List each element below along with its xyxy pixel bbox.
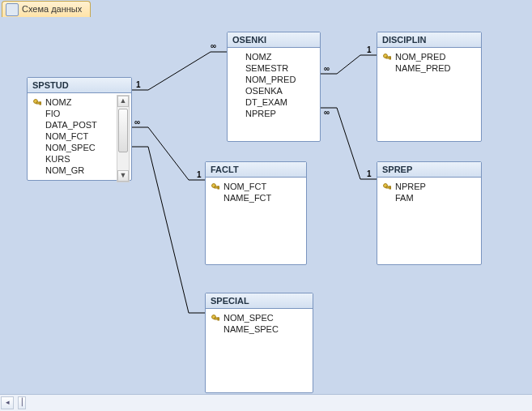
field-name: NOMZ bbox=[245, 52, 271, 62]
rel-many-label: ∞ bbox=[134, 118, 140, 126]
field-name: DATA_POST bbox=[45, 120, 97, 130]
svg-rect-8 bbox=[218, 186, 219, 189]
table-osenki[interactable]: OSENKI NOMZ SEMESTR NOM_PRED OSENKA DT_E… bbox=[227, 32, 321, 142]
table-special[interactable]: SPECIAL NOM_SPEC NAME_SPEC bbox=[205, 293, 313, 393]
relationship-canvas[interactable]: 1 ∞ 1 ∞ ∞ 1 1 ∞ SPSTUD NOMZ FIO DATA_POS… bbox=[0, 17, 532, 395]
scroll-left-button[interactable]: ◂ bbox=[1, 396, 14, 409]
table-disciplin[interactable]: DISCIPLIN NOM_PRED NAME_PRED bbox=[377, 32, 482, 142]
field[interactable]: DATA_POST bbox=[29, 119, 130, 131]
field[interactable]: SEMESTR bbox=[229, 62, 318, 74]
rel-one-label: 1 bbox=[136, 80, 141, 89]
scroll-up-button[interactable]: ▲ bbox=[117, 96, 129, 107]
table-faclt[interactable]: FACLT NOM_FCT NAME_FCT bbox=[205, 161, 307, 265]
table-spstud[interactable]: SPSTUD NOMZ FIO DATA_POST NOM_FCT NOM_SP… bbox=[27, 77, 132, 181]
table-title: SPECIAL bbox=[206, 293, 313, 309]
svg-rect-14 bbox=[218, 318, 219, 320]
primary-key-icon bbox=[32, 98, 42, 108]
table-title: DISCIPLIN bbox=[377, 32, 481, 48]
primary-key-icon bbox=[211, 314, 220, 323]
field[interactable]: NOMZ bbox=[29, 96, 130, 108]
field-name: FIO bbox=[45, 109, 60, 118]
field-name: NOM_GR bbox=[45, 165, 84, 175]
scroll-thumb[interactable] bbox=[118, 109, 128, 152]
field-name: NAME_FCT bbox=[223, 193, 271, 203]
rel-many-label: ∞ bbox=[324, 64, 330, 73]
scrollbar[interactable]: ▲ ▼ bbox=[117, 95, 130, 182]
field-name: NAME_SPEC bbox=[223, 324, 279, 334]
svg-rect-5 bbox=[389, 57, 391, 59]
field[interactable]: KURS bbox=[29, 153, 130, 165]
primary-key-icon bbox=[382, 182, 392, 192]
rel-one-label: 1 bbox=[367, 45, 372, 54]
field-name: NOM_FCT bbox=[45, 131, 88, 141]
field-name: SEMESTR bbox=[245, 63, 288, 73]
field-name: OSENKA bbox=[245, 86, 283, 96]
field[interactable]: NOM_FCT bbox=[207, 181, 304, 192]
field-name: NOM_FCT bbox=[223, 182, 266, 191]
tab-title: Схема данных bbox=[22, 4, 82, 14]
field-name: NOM_SPEC bbox=[223, 313, 274, 323]
relationships-icon bbox=[6, 3, 19, 16]
field[interactable]: NAME_FCT bbox=[207, 192, 304, 203]
table-title: SPREP bbox=[377, 162, 481, 178]
rel-many-label: ∞ bbox=[324, 108, 330, 117]
field[interactable]: NOM_PRED bbox=[229, 74, 318, 85]
active-tab[interactable]: Схема данных bbox=[2, 1, 91, 17]
field[interactable]: FIO bbox=[29, 108, 130, 119]
rel-one-label: 1 bbox=[197, 170, 202, 179]
primary-key-icon bbox=[211, 182, 220, 192]
field-name: FAM bbox=[395, 193, 414, 203]
table-title: SPSTUD bbox=[28, 78, 131, 93]
field-name: NOMZ bbox=[45, 97, 71, 107]
rel-many-label: ∞ bbox=[211, 41, 216, 50]
table-sprep[interactable]: SPREP NPREP FAM bbox=[377, 161, 482, 265]
field[interactable]: NOM_PRED bbox=[379, 51, 479, 62]
table-title: FACLT bbox=[206, 162, 306, 178]
field[interactable]: DT_EXAM bbox=[229, 96, 318, 108]
field[interactable]: NAME_SPEC bbox=[207, 323, 311, 335]
field[interactable]: NOM_GR bbox=[29, 165, 130, 176]
field-name: NPREP bbox=[245, 109, 276, 118]
scroll-down-button[interactable]: ▼ bbox=[117, 170, 129, 182]
tab-strip: Схема данных bbox=[0, 0, 532, 18]
field[interactable]: NPREP bbox=[379, 181, 479, 192]
primary-key-icon bbox=[382, 53, 392, 62]
field-name: NPREP bbox=[395, 182, 426, 191]
table-title: OSENKI bbox=[228, 32, 320, 48]
field[interactable]: NOM_SPEC bbox=[207, 312, 311, 323]
field-name: NOM_PRED bbox=[245, 75, 296, 84]
field[interactable]: NOM_SPEC bbox=[29, 142, 130, 153]
field[interactable]: OSENKA bbox=[229, 85, 318, 96]
field[interactable]: NOMZ bbox=[229, 51, 318, 62]
field[interactable]: NOM_FCT bbox=[29, 131, 130, 142]
field[interactable]: FAM bbox=[379, 192, 479, 203]
horizontal-scrollbar[interactable]: ◂ ⎮ bbox=[0, 394, 532, 411]
field-name: NAME_PRED bbox=[395, 63, 450, 73]
field[interactable]: NPREP bbox=[229, 108, 318, 119]
svg-rect-11 bbox=[389, 186, 391, 189]
field-name: NOM_SPEC bbox=[45, 143, 96, 152]
svg-rect-2 bbox=[40, 102, 41, 105]
field[interactable]: NAME_PRED bbox=[379, 62, 479, 74]
rel-one-label: 1 bbox=[367, 169, 372, 178]
field-name: DT_EXAM bbox=[245, 97, 287, 107]
field-name: NOM_PRED bbox=[395, 52, 445, 62]
field-name: KURS bbox=[45, 154, 70, 164]
scroll-stop-icon: ⎮ bbox=[18, 396, 26, 409]
